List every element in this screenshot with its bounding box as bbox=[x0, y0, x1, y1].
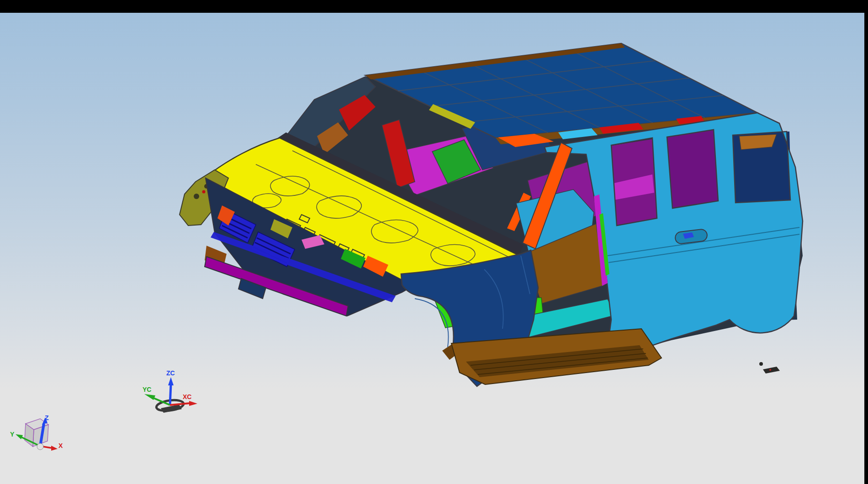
rear-quarter-trim-bracket[interactable] bbox=[739, 134, 777, 150]
fender-far-red-dot bbox=[202, 190, 206, 194]
wcs-z-axis[interactable] bbox=[170, 384, 171, 405]
abs-y-arrowhead bbox=[16, 434, 23, 439]
loose-part-dot[interactable] bbox=[759, 362, 763, 366]
wcs-triad[interactable]: ZC YC XC bbox=[143, 369, 197, 413]
wcs-z-label: ZC bbox=[166, 369, 175, 377]
abs-x-label: X bbox=[58, 442, 63, 449]
wcs-x-axis[interactable] bbox=[170, 403, 190, 405]
fender-far-hole-1 bbox=[194, 194, 199, 199]
loose-part-bar[interactable] bbox=[763, 367, 780, 374]
quarter-inner-purple[interactable] bbox=[665, 130, 719, 209]
wcs-x-label: XC bbox=[183, 393, 191, 400]
abs-y-label: Y bbox=[10, 431, 15, 438]
loose-part-red-dot bbox=[769, 369, 771, 371]
wcs-y-label: YC bbox=[143, 386, 151, 393]
wcs-z-arrowhead[interactable] bbox=[168, 377, 174, 385]
wcs-y-arrowhead[interactable] bbox=[144, 394, 155, 400]
cad-application-window: ZC YC XC Z Y X bbox=[0, 0, 868, 484]
absolute-triad: Z Y X bbox=[10, 414, 63, 451]
wcs-x-arrowhead[interactable] bbox=[189, 401, 197, 406]
abs-origin-sphere bbox=[37, 443, 43, 450]
abs-z-label: Z bbox=[45, 414, 49, 421]
abs-x-arrowhead bbox=[51, 446, 58, 451]
model-canvas[interactable]: ZC YC XC Z Y X bbox=[0, 0, 868, 484]
